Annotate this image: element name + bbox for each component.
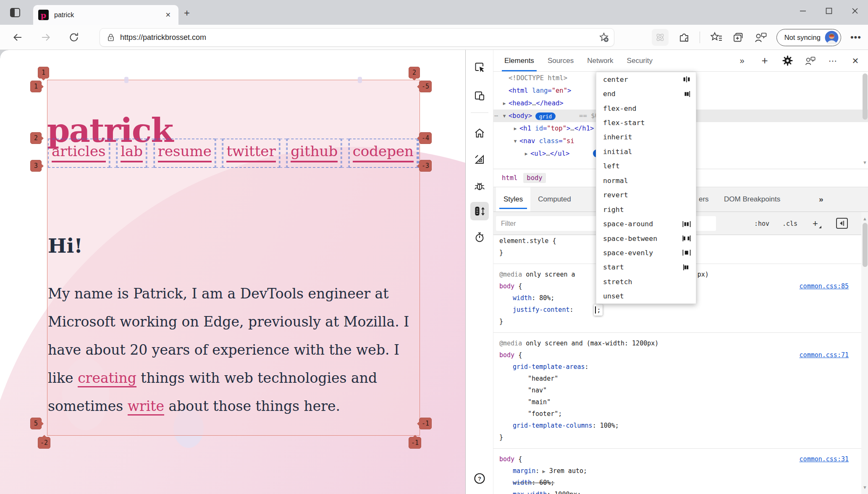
grid-line-marker: 2 bbox=[409, 67, 420, 78]
forward-button[interactable] bbox=[37, 29, 54, 46]
autocomplete-option-space-between[interactable]: space-between bbox=[596, 231, 696, 246]
devtools-feedback-icon[interactable] bbox=[799, 50, 821, 72]
collections-icon[interactable] bbox=[732, 31, 745, 44]
twisty-icon[interactable]: ▼ bbox=[500, 110, 509, 123]
styles-scroll-up-icon[interactable]: ▲ bbox=[863, 216, 867, 221]
autocomplete-option-stretch[interactable]: stretch bbox=[596, 274, 696, 289]
welcome-home-button[interactable] bbox=[470, 124, 489, 142]
settings-gear-icon[interactable] bbox=[776, 50, 799, 72]
lock-icon[interactable] bbox=[107, 33, 115, 42]
option-label: flex-end bbox=[603, 105, 691, 112]
maximize-button[interactable] bbox=[816, 0, 842, 22]
value-edit-caret[interactable]: ; bbox=[594, 304, 603, 316]
tree-scroll-down-icon[interactable]: ▼ bbox=[863, 160, 867, 165]
devtools-close-icon[interactable]: ✕ bbox=[844, 50, 867, 72]
device-emulation-button[interactable] bbox=[470, 86, 489, 105]
subtabs-overflow-icon[interactable]: » bbox=[819, 187, 823, 212]
favorites-icon[interactable] bbox=[709, 31, 723, 44]
twisty-icon[interactable]: ▶ bbox=[500, 97, 509, 110]
url-text[interactable]: https://patrickbrosset.com bbox=[120, 33, 598, 42]
content-area: patrick articleslabresumetwittergithubco… bbox=[0, 50, 868, 494]
autocomplete-option-start[interactable]: start bbox=[596, 260, 696, 274]
devtools-more-icon[interactable]: ⋯ bbox=[821, 50, 844, 72]
tab-dom-breakpoints[interactable]: DOM Breakpoints bbox=[724, 187, 780, 212]
inspect-element-button[interactable] bbox=[470, 58, 489, 76]
autocomplete-option-end[interactable]: end bbox=[596, 86, 696, 101]
tab-styles[interactable]: Styles bbox=[496, 187, 530, 212]
autocomplete-option-space-evenly[interactable]: space-evenly bbox=[596, 246, 696, 260]
autocomplete-option-unset[interactable]: unset bbox=[596, 289, 696, 303]
option-label: stretch bbox=[603, 278, 691, 286]
write-link[interactable]: write bbox=[128, 398, 164, 416]
tab-favicon: p bbox=[38, 10, 49, 20]
settings-menu-icon[interactable]: ••• bbox=[850, 32, 861, 43]
css-declaration-continuation: "header" bbox=[493, 373, 861, 384]
profile-button[interactable]: Not syncing bbox=[776, 29, 841, 46]
close-window-button[interactable] bbox=[842, 0, 868, 22]
toggle-hover-state[interactable]: :hov bbox=[754, 212, 769, 235]
nav-link-github[interactable]: github bbox=[291, 144, 338, 163]
nav-link-resume[interactable]: resume bbox=[158, 144, 212, 163]
breadcrumb-body[interactable]: body bbox=[523, 173, 545, 183]
layout-ruler-button[interactable] bbox=[470, 150, 489, 169]
styles-scroll-down-icon[interactable]: ▼ bbox=[863, 485, 867, 490]
autocomplete-option-revert[interactable]: revert bbox=[596, 188, 696, 202]
autocomplete-option-flex-start[interactable]: flex-start bbox=[596, 115, 696, 130]
devtools-activity-bar: ? bbox=[466, 50, 493, 494]
new-tab-button[interactable]: + bbox=[184, 9, 190, 17]
devtools-tab-sources[interactable]: Sources bbox=[541, 50, 580, 71]
devtools-tab-network[interactable]: Network bbox=[580, 50, 620, 71]
bug-button[interactable] bbox=[470, 177, 489, 195]
sidebar-toggle-icon[interactable] bbox=[836, 218, 848, 229]
stopwatch-icon bbox=[474, 231, 485, 243]
tab-close-icon[interactable]: ✕ bbox=[163, 10, 173, 20]
autocomplete-option-flex-end[interactable]: flex-end bbox=[596, 101, 696, 115]
autocomplete-option-normal[interactable]: normal bbox=[596, 173, 696, 188]
node-menu-icon[interactable]: ⋯ bbox=[494, 110, 498, 122]
dom-sorter-button[interactable] bbox=[470, 202, 489, 220]
performance-button[interactable] bbox=[470, 228, 489, 246]
minimize-button[interactable] bbox=[790, 0, 816, 22]
twisty-icon[interactable]: ▶ bbox=[522, 148, 530, 160]
toggle-class[interactable]: .cls bbox=[782, 212, 797, 235]
address-bar[interactable]: https://patrickbrosset.com bbox=[100, 28, 614, 47]
new-style-rule-button[interactable]: + bbox=[813, 212, 818, 235]
more-tabs-icon[interactable]: » bbox=[731, 50, 753, 72]
help-button[interactable]: ? bbox=[470, 469, 489, 488]
nav-link-codepen[interactable]: codepen bbox=[353, 144, 414, 163]
nav-link-articles[interactable]: articles bbox=[52, 144, 106, 163]
autocomplete-option-left[interactable]: left bbox=[596, 159, 696, 173]
nav-link-twitter[interactable]: twitter bbox=[226, 144, 275, 163]
nav-link-lab[interactable]: lab bbox=[121, 144, 143, 163]
autocomplete-option-right[interactable]: right bbox=[596, 202, 696, 217]
autocomplete-option-center[interactable]: center bbox=[596, 72, 696, 86]
twisty-icon[interactable]: ▼ bbox=[511, 135, 519, 148]
grid-badge[interactable]: grid bbox=[535, 112, 556, 120]
tab-actions-icon[interactable] bbox=[8, 6, 22, 19]
styles-scrollbar-thumb[interactable] bbox=[863, 223, 868, 267]
extensions-icon[interactable] bbox=[678, 31, 690, 44]
browser-tab[interactable]: p patrick ✕ bbox=[33, 5, 178, 25]
breadcrumb-html[interactable]: html bbox=[498, 173, 521, 183]
twisty-icon[interactable]: ▶ bbox=[511, 123, 519, 135]
stylesheet-link[interactable]: common.css:71 bbox=[800, 349, 849, 361]
autocomplete-option-initial[interactable]: initial bbox=[596, 144, 696, 159]
refresh-button[interactable] bbox=[66, 29, 82, 46]
tab-computed[interactable]: Computed bbox=[530, 187, 578, 212]
stylesheet-link[interactable]: common.css:85 bbox=[800, 280, 849, 292]
tree-scrollbar-thumb[interactable] bbox=[863, 73, 868, 120]
devtools-tab-elements[interactable]: Elements bbox=[498, 50, 541, 71]
feedback-icon[interactable] bbox=[754, 31, 767, 44]
add-favorite-icon[interactable] bbox=[598, 31, 610, 43]
css-declaration: width: 60%; bbox=[493, 477, 861, 489]
back-button[interactable] bbox=[9, 29, 26, 46]
add-pane-icon[interactable]: + bbox=[753, 50, 776, 72]
autocomplete-option-space-around[interactable]: space-around bbox=[596, 217, 696, 231]
creating-link[interactable]: creating bbox=[78, 370, 136, 387]
devtools-tab-security[interactable]: Security bbox=[620, 50, 659, 71]
stylesheet-link[interactable]: common.css:31 bbox=[800, 453, 849, 465]
workspaces-icon bbox=[8, 6, 22, 19]
tab-event-listeners-fragment[interactable]: ers bbox=[699, 187, 709, 212]
autocomplete-option-inherit[interactable]: inherit bbox=[596, 130, 696, 144]
disabled-extension-icon[interactable] bbox=[652, 29, 669, 46]
